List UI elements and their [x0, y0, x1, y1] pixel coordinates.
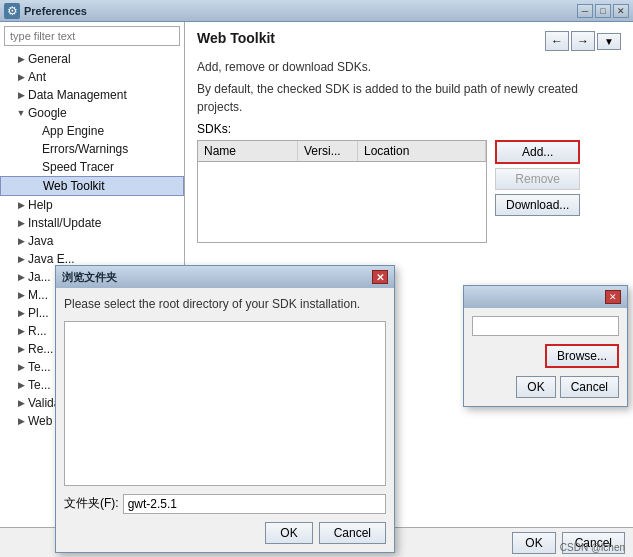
tree-item-label: Java E... [28, 252, 75, 266]
browse-dialog-desc: Please select the root directory of your… [64, 296, 386, 313]
sidebar-item-install-update[interactable]: ▶Install/Update [0, 214, 184, 232]
tree-arrow-icon: ▶ [14, 290, 28, 300]
tree-arrow-icon: ▶ [14, 272, 28, 282]
tree-arrow-icon: ▶ [14, 218, 28, 228]
sidebar-item-general[interactable]: ▶General [0, 50, 184, 68]
browse-dialog-buttons: OK Cancel [64, 522, 386, 544]
tree-arrow-icon: ▶ [14, 380, 28, 390]
tree-item-label: Re... [28, 342, 53, 356]
tree-item-label: Ant [28, 70, 46, 84]
tree-item-label: Te... [28, 378, 51, 392]
col-location: Location [358, 141, 486, 161]
tree-arrow-icon: ▶ [14, 398, 28, 408]
tree-item-label: Speed Tracer [42, 160, 114, 174]
sidebar-item-data-mgmt[interactable]: ▶Data Management [0, 86, 184, 104]
tree-item-label: App Engine [42, 124, 104, 138]
tree-item-label: Data Management [28, 88, 127, 102]
sidebar-item-ant[interactable]: ▶Ant [0, 68, 184, 86]
file-label: 文件夹(F): [64, 495, 119, 512]
browse-folder-dialog: 浏览文件夹 ✕ Please select the root directory… [55, 265, 395, 553]
app-icon: ⚙ [4, 3, 20, 19]
content-desc1: Add, remove or download SDKs. [197, 58, 621, 76]
tree-arrow-icon: ▶ [14, 54, 28, 64]
remove-sdk-button[interactable]: Remove [495, 168, 580, 190]
tree-item-label: Ja... [28, 270, 51, 284]
tree-item-label: M... [28, 288, 48, 302]
ok-button[interactable]: OK [512, 532, 555, 554]
tree-item-label: Pl... [28, 306, 49, 320]
close-button[interactable]: ✕ [613, 4, 629, 18]
tree-arrow-icon: ▶ [14, 72, 28, 82]
tree-arrow-icon: ▶ [14, 236, 28, 246]
add-sdk-button[interactable]: Add... [495, 140, 580, 164]
tree-item-label: Web [28, 414, 52, 428]
download-sdk-button[interactable]: Download... [495, 194, 580, 216]
tree-item-label: Help [28, 198, 53, 212]
browse-ok-button[interactable]: OK [265, 522, 312, 544]
maximize-button[interactable]: □ [595, 4, 611, 18]
sdk-cancel-button[interactable]: Cancel [560, 376, 619, 398]
sdk-location-input[interactable] [472, 316, 619, 336]
browse-cancel-button[interactable]: Cancel [319, 522, 386, 544]
watermark: CSDN @lchen [560, 542, 625, 553]
tree-arrow-icon: ▶ [14, 200, 28, 210]
minimize-button[interactable]: ─ [577, 4, 593, 18]
tree-arrow-icon: ▼ [14, 108, 28, 118]
browse-dialog-body: Please select the root directory of your… [56, 288, 394, 552]
sdks-label: SDKs: [197, 122, 621, 136]
sidebar-item-java[interactable]: ▶Java [0, 232, 184, 250]
tree-arrow-icon: ▶ [14, 308, 28, 318]
browse-button[interactable]: Browse... [545, 344, 619, 368]
sdk-location-dialog: ✕ Browse... OK Cancel [463, 285, 628, 407]
tree-item-label: Google [28, 106, 67, 120]
tree-arrow-icon: ▶ [14, 362, 28, 372]
content-desc2: By default, the checked SDK is added to … [197, 80, 621, 116]
tree-arrow-icon: ▶ [14, 90, 28, 100]
sdk-table: Name Versi... Location [197, 140, 487, 243]
sidebar-item-app-engine[interactable]: App Engine [0, 122, 184, 140]
sidebar-item-errors-warnings[interactable]: Errors/Warnings [0, 140, 184, 158]
browse-dialog-footer: 文件夹(F): [64, 494, 386, 514]
tree-item-label: Te... [28, 360, 51, 374]
tree-arrow-icon: ▶ [14, 254, 28, 264]
sdk-ok-button[interactable]: OK [516, 376, 555, 398]
tree-item-label: R... [28, 324, 47, 338]
sidebar-item-web-toolkit[interactable]: Web Toolkit [0, 176, 184, 196]
col-name: Name [198, 141, 298, 161]
sdk-body [198, 162, 486, 242]
nav-forward-button[interactable]: → [571, 31, 595, 51]
tree-arrow-icon: ▶ [14, 416, 28, 426]
content-title: Web Toolkit [197, 30, 275, 46]
col-version: Versi... [298, 141, 358, 161]
tree-item-label: Java [28, 234, 53, 248]
browse-dialog-close-button[interactable]: ✕ [372, 270, 388, 284]
sidebar-item-google[interactable]: ▼Google [0, 104, 184, 122]
nav-menu-button[interactable]: ▼ [597, 33, 621, 50]
browse-tree [64, 321, 386, 486]
tree-item-label: Install/Update [28, 216, 101, 230]
tree-item-label: Errors/Warnings [42, 142, 128, 156]
tree-arrow-icon: ▶ [14, 326, 28, 336]
filter-input[interactable] [4, 26, 180, 46]
nav-back-button[interactable]: ← [545, 31, 569, 51]
title-bar: ⚙ Preferences ─ □ ✕ [0, 0, 633, 22]
sdk-dialog-title-bar: ✕ [464, 286, 627, 308]
tree-arrow-icon: ▶ [14, 344, 28, 354]
window-title: Preferences [24, 5, 577, 17]
tree-item-label: General [28, 52, 71, 66]
sidebar-item-speed-tracer[interactable]: Speed Tracer [0, 158, 184, 176]
file-input[interactable] [123, 494, 386, 514]
sdk-dialog-buttons: Browse... [472, 344, 619, 368]
tree-item-label: Web Toolkit [43, 179, 105, 193]
sidebar-item-help[interactable]: ▶Help [0, 196, 184, 214]
browse-dialog-title-bar: 浏览文件夹 ✕ [56, 266, 394, 288]
sdk-dialog-close-button[interactable]: ✕ [605, 290, 621, 304]
sdk-dialog-body: Browse... OK Cancel [464, 308, 627, 406]
sdk-table-header: Name Versi... Location [198, 141, 486, 162]
browse-dialog-title: 浏览文件夹 [62, 270, 117, 285]
window-controls: ─ □ ✕ [577, 4, 629, 18]
